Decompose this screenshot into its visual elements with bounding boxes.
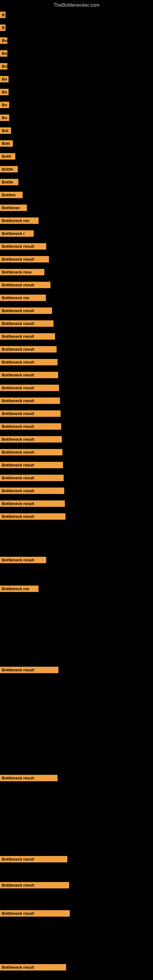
bottleneck-result-item[interactable]: Bottleneck result <box>0 910 70 916</box>
bottleneck-result-item[interactable]: B <box>0 12 5 18</box>
bottleneck-result-item[interactable]: Bottleneck result <box>0 557 46 563</box>
bottleneck-result-item[interactable]: Bottleneck result <box>0 410 61 417</box>
bottleneck-result-item[interactable]: Bottleneck res <box>0 218 38 224</box>
bottleneck-result-item[interactable]: Bottleneck result <box>0 398 60 404</box>
bottleneck-result-item[interactable]: Bottlenec <box>0 205 27 211</box>
bottleneck-result-item[interactable]: Bottleneck result <box>0 282 51 288</box>
bottleneck-result-item[interactable]: Bottleneck result <box>0 307 52 314</box>
bottleneck-result-item[interactable]: Bottleneck result <box>0 964 66 970</box>
bottleneck-result-item[interactable]: Bottleneck res <box>0 585 38 592</box>
bottleneck-result-item[interactable]: Bottleneck res <box>0 294 46 301</box>
bottleneck-result-item[interactable]: Bottleneck result <box>0 359 57 365</box>
bottleneck-result-item[interactable]: Bottleneck result <box>0 346 57 353</box>
bottleneck-result-item[interactable]: Bottleneck result <box>0 243 46 250</box>
bottleneck-result-item[interactable]: Bo <box>0 102 9 108</box>
bottleneck-result-item[interactable]: Bottleneck result <box>0 436 62 442</box>
bottleneck-result-item[interactable]: Bottle <box>0 166 18 172</box>
site-title: TheBottlenecker.com <box>0 0 153 10</box>
bottleneck-result-item[interactable]: Bo <box>0 63 7 70</box>
bottleneck-result-item[interactable]: Bo <box>0 115 9 121</box>
bottleneck-result-item[interactable]: Bottleneck result <box>0 449 62 455</box>
bottleneck-result-item[interactable]: Bottlen <box>0 192 22 198</box>
bottleneck-result-item[interactable]: Bottleneck r <box>0 230 33 237</box>
bottleneck-result-item[interactable]: Bottleneck result <box>0 385 59 391</box>
bottleneck-result-item[interactable]: Bo <box>0 37 7 44</box>
bottleneck-result-item[interactable]: Bot <box>0 127 11 134</box>
bottleneck-result-item[interactable]: Bott <box>0 140 13 147</box>
bottleneck-result-item[interactable]: Bottleneck result <box>0 256 49 262</box>
bottleneck-result-item[interactable]: Bottleneck resu <box>0 269 45 275</box>
bottleneck-result-item[interactable]: Bottleneck result <box>0 462 63 468</box>
bottleneck-result-item[interactable]: Bottleneck result <box>0 475 64 481</box>
bottleneck-result-item[interactable]: Bottleneck result <box>0 488 64 494</box>
bottleneck-result-item[interactable]: B <box>0 24 5 31</box>
bottleneck-result-item[interactable]: Bottleneck result <box>0 882 69 888</box>
bottleneck-result-item[interactable]: Bottleneck result <box>0 372 58 378</box>
bottleneck-result-item[interactable]: Bottleneck result <box>0 775 57 781</box>
bottleneck-result-item[interactable]: Bottleneck result <box>0 500 65 507</box>
bottleneck-result-item[interactable]: Bo <box>0 50 7 57</box>
bottleneck-result-item[interactable]: Bottleneck result <box>0 320 54 327</box>
bottleneck-result-item[interactable]: Bottleneck result <box>0 856 67 862</box>
bottleneck-result-item[interactable]: Bottle <box>0 179 18 185</box>
bottleneck-result-item[interactable]: Bottl <box>0 153 15 159</box>
bottleneck-result-item[interactable]: Bottleneck result <box>0 333 55 340</box>
bottleneck-result-item[interactable]: Bo <box>0 76 9 83</box>
bottleneck-result-item[interactable]: Bottleneck result <box>0 423 61 430</box>
bottleneck-result-item[interactable]: Bo <box>0 89 9 95</box>
bottleneck-result-item[interactable]: Bottleneck result <box>0 667 59 673</box>
bottleneck-result-item[interactable]: Bottleneck result <box>0 513 65 520</box>
